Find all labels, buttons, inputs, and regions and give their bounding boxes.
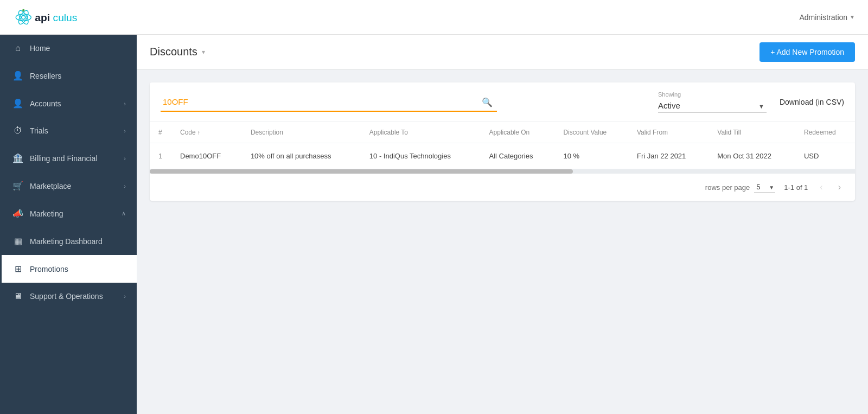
showing-label: Showing xyxy=(658,91,767,98)
sidebar-item-billing[interactable]: 🏦 Billing and Financial › xyxy=(0,144,137,172)
cell-applicable_on: All Categories xyxy=(481,143,555,169)
col-header-valid_from: Valid From xyxy=(628,122,709,143)
sidebar-item-resellers[interactable]: 👤 Resellers xyxy=(0,62,137,90)
rows-per-page-label: rows per page xyxy=(705,183,750,192)
sidebar-label-home: Home xyxy=(30,44,126,53)
sidebar-chevron-marketing: ∧ xyxy=(122,210,126,217)
table-row: 1Demo10OFF10% off on all purchasess10 - … xyxy=(150,143,855,169)
sidebar-chevron-billing: › xyxy=(124,155,126,162)
cell-valid_till: Mon Oct 31 2022 xyxy=(709,143,795,169)
page-header: Discounts ▾ + Add New Promotion xyxy=(137,35,868,69)
sidebar-item-marketing[interactable]: 📣 Marketing ∧ xyxy=(0,200,137,227)
sidebar-icon-resellers: 👤 xyxy=(12,71,23,81)
sidebar-icon-billing: 🏦 xyxy=(12,153,23,163)
col-header-applicable_to: Applicable To xyxy=(361,122,481,143)
admin-label: Administration xyxy=(799,13,847,22)
sidebar-label-marketplace: Marketplace xyxy=(30,182,117,190)
sidebar-label-resellers: Resellers xyxy=(30,72,126,80)
col-header-redeemed: Redeemed xyxy=(795,122,855,143)
sidebar-item-marketing-dashboard[interactable]: ▦ Marketing Dashboard xyxy=(0,227,137,255)
sidebar-icon-marketplace: 🛒 xyxy=(12,181,23,191)
admin-chevron-icon: ▼ xyxy=(850,14,855,20)
sidebar-chevron-trials: › xyxy=(124,128,126,134)
app-body: ⌂ Home 👤 Resellers 👤 Accounts › ⏱ Trials… xyxy=(0,35,868,414)
svg-point-0 xyxy=(22,15,25,19)
sidebar-chevron-marketplace: › xyxy=(124,183,126,189)
sidebar-item-support[interactable]: 🖥 Support & Operations › xyxy=(0,283,137,310)
sidebar-label-marketing-dashboard: Marketing Dashboard xyxy=(30,237,126,246)
search-icon: 🔍 xyxy=(482,97,493,107)
search-input[interactable] xyxy=(161,93,497,112)
cell-redeemed: USD xyxy=(795,143,855,169)
rows-per-page-select[interactable]: 5102550 xyxy=(754,182,775,193)
sidebar: ⌂ Home 👤 Resellers 👤 Accounts › ⏱ Trials… xyxy=(0,35,137,414)
page-title-area: Discounts ▾ xyxy=(150,46,205,58)
sidebar-icon-accounts: 👤 xyxy=(12,98,23,109)
main-content: Discounts ▾ + Add New Promotion 🔍 Showin… xyxy=(137,35,868,414)
sidebar-item-promotions[interactable]: ⊞ Promotions xyxy=(0,255,137,283)
horizontal-scrollbar[interactable] xyxy=(150,169,855,174)
sidebar-label-accounts: Accounts xyxy=(30,99,117,108)
sidebar-icon-home: ⌂ xyxy=(12,43,23,53)
cell-applicable_to: 10 - IndiQus Technologies xyxy=(361,143,481,169)
promotions-card: 🔍 Showing ActiveInactiveAll ▼ Download (… xyxy=(150,82,855,201)
sidebar-icon-marketing-dashboard: ▦ xyxy=(12,236,23,246)
promotions-table: #Code ↑DescriptionApplicable ToApplicabl… xyxy=(150,122,855,169)
page-title-chevron-icon: ▾ xyxy=(202,48,205,56)
sidebar-label-support: Support & Operations xyxy=(30,292,117,301)
filter-bar: 🔍 Showing ActiveInactiveAll ▼ Download (… xyxy=(150,82,855,122)
sort-icon-code: ↑ xyxy=(197,130,200,136)
cell-valid_from: Fri Jan 22 2021 xyxy=(628,143,709,169)
col-header-applicable_on: Applicable On xyxy=(481,122,555,143)
sidebar-item-home[interactable]: ⌂ Home xyxy=(0,35,137,62)
table-body: 1Demo10OFF10% off on all purchasess10 - … xyxy=(150,143,855,169)
cell-description: 10% off on all purchasess xyxy=(242,143,361,169)
filter-right: Showing ActiveInactiveAll ▼ Download (in… xyxy=(658,91,844,113)
showing-select[interactable]: ActiveInactiveAll xyxy=(658,99,767,113)
col-header-valid_till: Valid Till xyxy=(709,122,795,143)
page-title: Discounts xyxy=(150,46,197,58)
sidebar-label-billing: Billing and Financial xyxy=(30,154,117,163)
sidebar-chevron-support: › xyxy=(124,293,126,300)
download-csv-link[interactable]: Download (in CSV) xyxy=(780,98,844,106)
cell-code: Demo10OFF xyxy=(171,143,242,169)
scrollbar-thumb[interactable] xyxy=(150,169,573,174)
table-container: #Code ↑DescriptionApplicable ToApplicabl… xyxy=(150,122,855,169)
showing-select-wrapper: Showing ActiveInactiveAll ▼ xyxy=(658,91,767,113)
next-page-button[interactable]: › xyxy=(835,180,844,194)
rows-per-page: rows per page 5102550 ▼ xyxy=(705,182,775,193)
pagination-bar: rows per page 5102550 ▼ 1-1 of 1 ‹ › xyxy=(150,174,855,201)
sidebar-item-accounts[interactable]: 👤 Accounts › xyxy=(0,90,137,117)
sidebar-icon-marketing: 📣 xyxy=(12,208,23,219)
sidebar-icon-trials: ⏱ xyxy=(12,126,23,136)
logo: api culus xyxy=(13,7,89,28)
cell-discount_value: 10 % xyxy=(554,143,628,169)
prev-page-button[interactable]: ‹ xyxy=(816,180,826,194)
add-promotion-button[interactable]: + Add New Promotion xyxy=(760,42,855,62)
page-info: 1-1 of 1 xyxy=(784,183,808,192)
col-header-code[interactable]: Code ↑ xyxy=(171,122,242,143)
sidebar-icon-promotions: ⊞ xyxy=(12,264,23,274)
table-header-row: #Code ↑DescriptionApplicable ToApplicabl… xyxy=(150,122,855,143)
content-area: 🔍 Showing ActiveInactiveAll ▼ Download (… xyxy=(137,69,868,214)
col-header-description: Description xyxy=(242,122,361,143)
sidebar-label-marketing: Marketing xyxy=(30,209,115,218)
admin-menu[interactable]: Administration ▼ xyxy=(799,13,855,22)
sidebar-chevron-accounts: › xyxy=(124,100,126,107)
sidebar-item-trials[interactable]: ⏱ Trials › xyxy=(0,117,137,144)
svg-text:culus: culus xyxy=(53,12,78,23)
col-header-num: # xyxy=(150,122,171,143)
search-container: 🔍 xyxy=(161,93,497,112)
sidebar-label-trials: Trials xyxy=(30,126,117,135)
svg-text:api: api xyxy=(35,12,50,23)
svg-point-4 xyxy=(22,9,24,11)
col-header-discount_value: Discount Value xyxy=(554,122,628,143)
sidebar-item-marketplace[interactable]: 🛒 Marketplace › xyxy=(0,172,137,200)
sidebar-label-promotions: Promotions xyxy=(30,265,126,273)
rows-select-wrapper: 5102550 ▼ xyxy=(754,182,775,193)
cell-num: 1 xyxy=(150,143,171,169)
table-header: #Code ↑DescriptionApplicable ToApplicabl… xyxy=(150,122,855,143)
sidebar-icon-support: 🖥 xyxy=(12,291,23,301)
app-header: api culus Administration ▼ xyxy=(0,0,868,35)
